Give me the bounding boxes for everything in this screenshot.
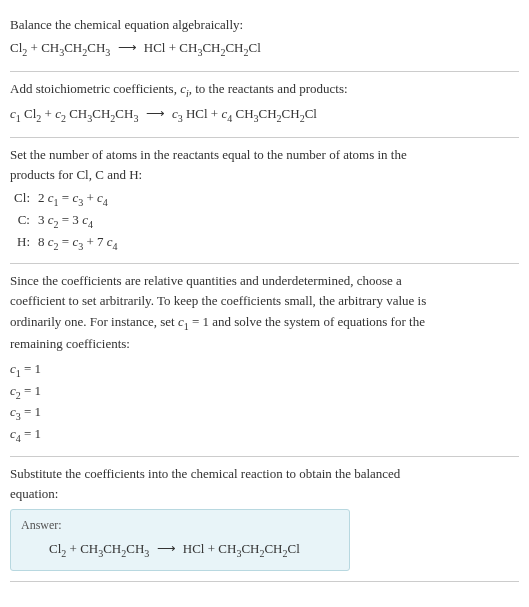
answer-label: Answer: bbox=[21, 518, 339, 533]
problem-statement: Balance the chemical equation algebraica… bbox=[10, 16, 519, 34]
instruction-text: products for Cl, C and H: bbox=[10, 166, 519, 184]
coefficient-solution-list: c1 = 1 c2 = 1 c3 = 1 c4 = 1 bbox=[10, 359, 519, 445]
text: 3 bbox=[38, 212, 48, 227]
text: + bbox=[41, 106, 55, 121]
value: = 1 bbox=[21, 426, 41, 441]
text: + 7 bbox=[83, 234, 107, 249]
value: = 1 bbox=[21, 404, 41, 419]
section-solve: Since the coefficients are relative quan… bbox=[10, 264, 519, 457]
atom-row-h: H: 8 c2 = c3 + 7 c4 bbox=[10, 232, 519, 254]
coef-value: c4 = 1 bbox=[10, 424, 519, 446]
subscript: 3 bbox=[144, 548, 149, 559]
species-cl2: Cl bbox=[49, 541, 61, 556]
text: + CH bbox=[27, 40, 59, 55]
text: CH bbox=[264, 541, 282, 556]
text: CH bbox=[66, 106, 87, 121]
coefficient-equation: c1 Cl2 + c2 CH3CH2CH3 ⟶ c3 HCl + c4 CH3C… bbox=[10, 104, 519, 127]
text: + bbox=[83, 190, 97, 205]
atom-equation: 8 c2 = c3 + 7 c4 bbox=[38, 232, 519, 254]
text: = 3 bbox=[59, 212, 83, 227]
value: = 1 bbox=[21, 383, 41, 398]
text: CH bbox=[92, 106, 110, 121]
instruction-text: Set the number of atoms in the reactants… bbox=[10, 146, 519, 164]
text: Cl bbox=[288, 541, 300, 556]
coef-value: c2 = 1 bbox=[10, 381, 519, 403]
unbalanced-equation: Cl2 + CH3CH2CH3 ⟶ HCl + CH3CH2CH2Cl bbox=[10, 38, 519, 61]
instruction-text: Substitute the coefficients into the che… bbox=[10, 465, 519, 483]
text: , to the reactants and products: bbox=[189, 81, 348, 96]
atom-balance-table: Cl: 2 c1 = c3 + c4 C: 3 c2 = 3 c4 H: 8 c… bbox=[10, 188, 519, 253]
atom-row-cl: Cl: 2 c1 = c3 + c4 bbox=[10, 188, 519, 210]
species-cl2: Cl bbox=[10, 40, 22, 55]
text: CH bbox=[202, 40, 220, 55]
text: CH bbox=[115, 106, 133, 121]
subscript: 3 bbox=[105, 47, 110, 58]
text: HCl + bbox=[183, 106, 222, 121]
value: = 1 bbox=[21, 361, 41, 376]
coef-value: c3 = 1 bbox=[10, 402, 519, 424]
text: 2 bbox=[38, 190, 48, 205]
explanation-text: ordinarily one. For instance, set c1 = 1… bbox=[10, 313, 519, 334]
explanation-text: coefficient to set arbitrarily. To keep … bbox=[10, 292, 519, 310]
text: CH bbox=[232, 106, 253, 121]
atom-label: H: bbox=[10, 232, 38, 254]
text: CH bbox=[241, 541, 259, 556]
subscript: 4 bbox=[113, 240, 118, 251]
balanced-equation: Cl2 + CH3CH2CH3 ⟶ HCl + CH3CH2CH2Cl bbox=[21, 539, 339, 562]
answer-box: Answer: Cl2 + CH3CH2CH3 ⟶ HCl + CH3CH2CH… bbox=[10, 509, 350, 571]
text: + CH bbox=[66, 541, 98, 556]
text: = 1 and solve the system of equations fo… bbox=[189, 314, 425, 329]
text: Cl bbox=[249, 40, 261, 55]
reaction-arrow: ⟶ bbox=[142, 106, 169, 121]
text: CH bbox=[87, 40, 105, 55]
atom-label: C: bbox=[10, 210, 38, 232]
text: CH bbox=[259, 106, 277, 121]
section-add-coefficients: Add stoichiometric coefficients, ci, to … bbox=[10, 72, 519, 138]
text: CH bbox=[126, 541, 144, 556]
instruction-text: equation: bbox=[10, 485, 519, 503]
atom-equation: 2 c1 = c3 + c4 bbox=[38, 188, 519, 210]
reaction-arrow: ⟶ bbox=[114, 40, 141, 55]
atom-equation: 3 c2 = 3 c4 bbox=[38, 210, 519, 232]
subscript: 4 bbox=[103, 197, 108, 208]
subscript: 3 bbox=[133, 113, 138, 124]
text: HCl + CH bbox=[183, 541, 237, 556]
section-answer: Substitute the coefficients into the che… bbox=[10, 457, 519, 582]
explanation-text: remaining coefficients: bbox=[10, 335, 519, 353]
subscript: 4 bbox=[88, 219, 93, 230]
atom-row-c: C: 3 c2 = 3 c4 bbox=[10, 210, 519, 232]
text: Add stoichiometric coefficients, bbox=[10, 81, 180, 96]
text: 8 bbox=[38, 234, 48, 249]
text: Cl bbox=[305, 106, 317, 121]
text: = bbox=[59, 234, 73, 249]
atom-label: Cl: bbox=[10, 188, 38, 210]
text: CH bbox=[225, 40, 243, 55]
reaction-arrow: ⟶ bbox=[153, 541, 180, 556]
section-atom-balance: Set the number of atoms in the reactants… bbox=[10, 138, 519, 264]
text: CH bbox=[103, 541, 121, 556]
text: HCl + CH bbox=[144, 40, 198, 55]
text: CH bbox=[64, 40, 82, 55]
text: CH bbox=[282, 106, 300, 121]
text: ordinarily one. For instance, set bbox=[10, 314, 178, 329]
explanation-text: Since the coefficients are relative quan… bbox=[10, 272, 519, 290]
coef-value: c1 = 1 bbox=[10, 359, 519, 381]
text: = bbox=[59, 190, 73, 205]
instruction-text: Add stoichiometric coefficients, ci, to … bbox=[10, 80, 519, 101]
section-problem: Balance the chemical equation algebraica… bbox=[10, 8, 519, 72]
text: Cl bbox=[21, 106, 37, 121]
